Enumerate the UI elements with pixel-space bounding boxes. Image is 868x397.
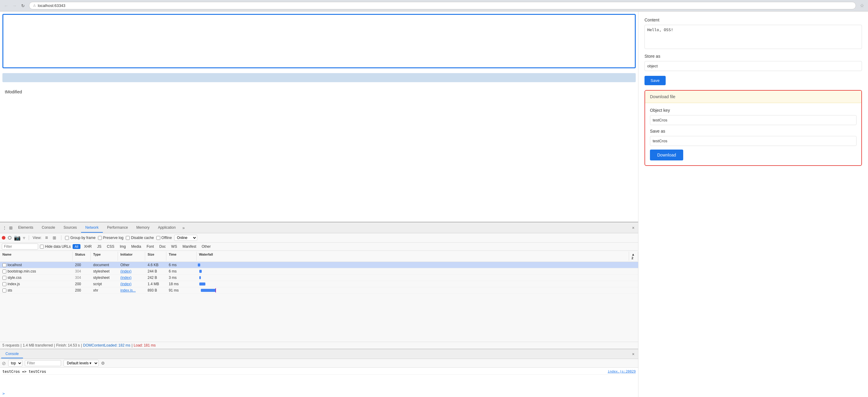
cell-extra-bootstrap [629,268,638,274]
console-tab[interactable]: Console [1,350,23,358]
preserve-log-text: Preserve log [103,236,123,240]
filter-doc-btn[interactable]: Doc [158,244,167,249]
filter-other-btn[interactable]: Other [200,244,213,249]
network-row-stylecss[interactable]: style.css 304 stylesheet (index) 242 B 3… [0,275,638,281]
disable-cache-label[interactable]: Disable cache [126,236,154,240]
record-button[interactable] [2,236,5,240]
console-prompt[interactable]: > [0,390,638,397]
row-checkbox-bootstrap[interactable] [2,269,6,273]
devtools-tab-bar: ⋮ ⊞ Elements Console Sources Network Per… [0,222,638,233]
filter-manifest-btn[interactable]: Manifest [181,244,198,249]
list-view-btn[interactable]: ≡ [44,234,49,241]
console-source-link[interactable]: index.js:20029 [608,369,636,374]
row-checkbox-indexjs[interactable] [2,282,6,286]
cell-type-sts: xhr [91,287,118,293]
col-status[interactable]: Status [72,252,91,261]
download-button[interactable]: Download [650,150,683,160]
filter-js-btn[interactable]: JS [95,244,103,249]
save-button[interactable]: Save [645,76,666,85]
cell-type-indexjs: script [91,281,118,287]
hide-data-urls-checkbox[interactable] [40,245,44,249]
tab-memory[interactable]: Memory [132,223,154,233]
cell-initiator-sts: index.js... [118,287,145,293]
content-textarea[interactable]: Hello, OSS! [645,25,862,49]
no-record-btn[interactable]: ⊘ [2,360,6,366]
row-checkbox-stylecss[interactable] [2,276,6,280]
tab-sources[interactable]: Sources [59,223,81,233]
tab-elements[interactable]: Elements [14,223,37,233]
devtools-settings-btn[interactable]: ⋮ [1,225,8,231]
preserve-log-label[interactable]: Preserve log [98,236,123,240]
col-waterfall[interactable]: Waterfall [196,252,629,261]
console-close-btn[interactable]: × [630,351,637,358]
waterfall-bar-sts [201,289,216,292]
back-button[interactable]: ← [2,2,10,9]
cell-size-localhost: 4.6 KB [145,262,166,268]
network-row-localhost[interactable]: localhost 200 document Other 4.6 KB 6 ms [0,262,638,268]
offline-checkbox[interactable] [156,236,160,240]
address-bar[interactable]: ⚠ localhost:63343 [29,2,856,9]
forward-button[interactable]: → [11,2,18,9]
store-as-input[interactable] [645,61,862,71]
filter-xhr-btn[interactable]: XHR [82,244,93,249]
row-checkbox-sts[interactable] [2,289,6,293]
filter-media-btn[interactable]: Media [129,244,143,249]
cell-time-sts: 91 ms [166,287,196,293]
col-count[interactable]: ▲ 2 [629,252,638,261]
col-initiator[interactable]: Initiator [118,252,145,261]
divider1 [29,235,29,240]
stop-button[interactable] [8,236,11,240]
col-name[interactable]: Name [0,252,72,261]
hide-data-urls-text: Hide data URLs [45,244,71,249]
scope-select[interactable]: top [8,360,22,366]
filter-font-btn[interactable]: Font [145,244,156,249]
console-tab-bar: Console × [0,349,638,359]
col-time[interactable]: Time [166,252,196,261]
disable-cache-checkbox[interactable] [126,236,130,240]
cell-waterfall-localhost [196,262,629,268]
tab-application[interactable]: Application [154,223,180,233]
cell-size-indexjs: 1.4 MB [145,281,166,287]
preserve-log-checkbox[interactable] [98,236,102,240]
filter-ws-btn[interactable]: WS [169,244,179,249]
object-key-input[interactable] [650,115,857,125]
group-by-frame-checkbox[interactable] [65,236,69,240]
cell-extra-indexjs [629,281,638,287]
console-filter-input[interactable] [25,360,61,366]
row-checkbox-localhost[interactable] [2,263,6,267]
filter-input[interactable] [2,243,38,250]
filter-img-btn[interactable]: Img [118,244,128,249]
filter-button[interactable]: ▿ [23,235,25,240]
gear-button[interactable]: ⚙ [101,361,105,366]
devtools-dock-btn[interactable]: ⊞ [8,225,14,231]
network-row-sts[interactable]: sts 200 xhr index.js... 893 B 91 ms [0,287,638,294]
level-select[interactable]: Default levels ▾ [63,360,99,366]
col-type[interactable]: Type [91,252,118,261]
bookmark-button[interactable]: ☆ [858,2,866,9]
hide-data-urls-label[interactable]: Hide data URLs [40,244,71,249]
transferred-size: 1.4 MB transferred [23,343,53,348]
throttle-select[interactable]: Online Fast 3G Slow 3G Offline [174,235,197,241]
cell-type-bootstrap: stylesheet [91,268,118,274]
tab-more[interactable]: » [180,224,187,231]
tab-network[interactable]: Network [81,223,103,233]
devtools-close-btn[interactable]: × [630,224,637,231]
tab-performance[interactable]: Performance [103,223,132,233]
offline-text: Offline [161,236,172,240]
console-panel: Console × ⊘ top Default levels ▾ ⚙ [0,349,638,397]
save-as-input[interactable] [650,136,857,146]
offline-label[interactable]: Offline [156,236,172,240]
network-row-indexjs[interactable]: index.js 200 script (index) 1.4 MB 18 ms [0,281,638,287]
divider2 [61,235,61,240]
lock-icon: ⚠ [33,4,36,7]
reload-button[interactable]: ↻ [19,2,27,9]
preview-btn[interactable]: ⊞ [52,235,58,241]
col-size[interactable]: Size [145,252,166,261]
network-row-bootstrap[interactable]: bootstrap.min.css 304 stylesheet (index)… [0,268,638,275]
camera-button[interactable]: 📷 [14,234,21,241]
filter-all-btn[interactable]: All [72,244,81,249]
cell-extra-localhost [629,262,638,268]
group-by-frame-label[interactable]: Group by frame [65,236,95,240]
filter-css-btn[interactable]: CSS [105,244,116,249]
tab-console[interactable]: Console [37,223,59,233]
